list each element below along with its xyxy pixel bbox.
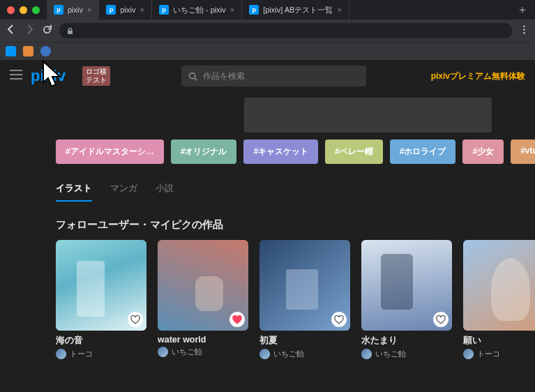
tag-chip[interactable]: #vtuber bbox=[511, 140, 535, 164]
artwork-thumbnail[interactable] bbox=[361, 240, 452, 331]
tab-title: いちご飴 - pixiv bbox=[173, 5, 226, 15]
tag-chip[interactable]: #ベレー帽 bbox=[325, 140, 383, 164]
bookmark-item[interactable] bbox=[6, 46, 16, 56]
svg-text:pixiv: pixiv bbox=[31, 67, 66, 84]
close-tab-icon[interactable]: × bbox=[87, 6, 91, 14]
search-icon bbox=[188, 72, 197, 81]
browser-tab[interactable]: ppixiv× bbox=[99, 0, 151, 20]
artwork-title: water world bbox=[158, 335, 248, 345]
artwork-title: 願い bbox=[463, 335, 535, 347]
artist-link[interactable]: いちご飴 bbox=[259, 349, 350, 359]
address-bar[interactable] bbox=[59, 23, 512, 38]
bookmark-item[interactable] bbox=[23, 46, 33, 56]
nav-bar bbox=[0, 20, 535, 42]
page: pixiv ロゴ横テスト 作品を検索 pixivプレミアム無料体験 #アイドルマ… bbox=[0, 60, 535, 359]
like-button[interactable] bbox=[128, 312, 143, 327]
artwork-thumbnail[interactable] bbox=[463, 240, 535, 331]
search-input[interactable]: 作品を検索 bbox=[181, 66, 366, 86]
tab-title: [pixiv] ABテスト一覧 bbox=[263, 5, 333, 15]
avatar bbox=[158, 347, 168, 357]
artwork-title: 初夏 bbox=[259, 335, 350, 347]
maximize-window[interactable] bbox=[32, 6, 40, 14]
close-tab-icon[interactable]: × bbox=[337, 6, 341, 14]
artist-name: トーコ bbox=[70, 349, 93, 359]
browser-tab[interactable]: pいちご飴 - pixiv× bbox=[152, 0, 242, 20]
artwork-gallery: 海の音トーコwater worldいちご飴初夏いちご飴水たまりいちご飴願いトーコ bbox=[0, 240, 535, 359]
favicon: p bbox=[54, 5, 63, 15]
artwork-title: 水たまり bbox=[361, 335, 452, 347]
tag-chip[interactable]: #アイドルマスターシ… bbox=[56, 140, 164, 164]
artwork-title: 海の音 bbox=[56, 335, 146, 347]
artwork-card[interactable]: 水たまりいちご飴 bbox=[361, 240, 452, 359]
bookmark-bar bbox=[0, 42, 535, 60]
premium-link[interactable]: pixivプレミアム無料体験 bbox=[431, 70, 525, 82]
close-tab-icon[interactable]: × bbox=[140, 6, 144, 14]
back-button[interactable] bbox=[6, 24, 17, 38]
site-header: pixiv ロゴ横テスト 作品を検索 pixivプレミアム無料体験 bbox=[0, 60, 535, 92]
artwork-card[interactable]: 海の音トーコ bbox=[56, 240, 146, 359]
trending-tags: #アイドルマスターシ…#オリジナル#キャスケット#ベレー帽#ホロライブ#少女#v… bbox=[0, 140, 535, 164]
logo-test-badge: ロゴ横テスト bbox=[82, 66, 110, 86]
hamburger-menu-icon[interactable] bbox=[10, 70, 22, 82]
content-tab[interactable]: 小説 bbox=[156, 182, 174, 202]
forward-button[interactable] bbox=[24, 24, 35, 38]
artist-name: いちご飴 bbox=[273, 349, 304, 359]
reload-button[interactable] bbox=[42, 24, 52, 38]
close-tab-icon[interactable]: × bbox=[230, 6, 234, 14]
browser-tab[interactable]: ppixiv× bbox=[47, 0, 99, 20]
browser-chrome: ppixiv×ppixiv×pいちご飴 - pixiv×p[pixiv] ABテ… bbox=[0, 0, 535, 60]
artwork-thumbnail[interactable] bbox=[56, 240, 146, 331]
svg-point-1 bbox=[523, 29, 525, 30]
artist-name: いちご飴 bbox=[375, 349, 406, 359]
avatar bbox=[56, 349, 66, 359]
tab-title: pixiv bbox=[120, 6, 135, 14]
content-type-tabs: イラストマンガ小説 bbox=[0, 164, 535, 207]
favicon: p bbox=[159, 5, 169, 15]
svg-point-2 bbox=[523, 31, 525, 33]
artist-link[interactable]: いちご飴 bbox=[158, 347, 248, 357]
artwork-thumbnail[interactable] bbox=[158, 240, 248, 331]
site-logo[interactable]: pixiv bbox=[31, 67, 75, 85]
tab-bar: ppixiv×ppixiv×pいちご飴 - pixiv×p[pixiv] ABテ… bbox=[0, 0, 535, 20]
tab-title: pixiv bbox=[68, 6, 83, 14]
avatar bbox=[259, 349, 270, 359]
artist-link[interactable]: トーコ bbox=[463, 349, 535, 359]
artist-name: いちご飴 bbox=[172, 347, 202, 357]
window-controls bbox=[0, 6, 47, 14]
like-button[interactable] bbox=[433, 312, 449, 327]
artwork-thumbnail[interactable] bbox=[259, 240, 350, 331]
like-button[interactable] bbox=[331, 312, 347, 327]
artist-name: トーコ bbox=[477, 349, 500, 359]
favicon: p bbox=[106, 5, 116, 15]
new-tab-button[interactable]: ＋ bbox=[510, 3, 535, 17]
svg-point-4 bbox=[190, 73, 195, 78]
artwork-card[interactable]: 願いトーコ bbox=[463, 240, 535, 359]
minimize-window[interactable] bbox=[20, 6, 27, 14]
like-button[interactable] bbox=[229, 312, 245, 327]
ad-placeholder bbox=[244, 98, 492, 133]
content-tab[interactable]: イラスト bbox=[56, 182, 92, 202]
section-title: フォローユーザー・マイピクの作品 bbox=[0, 207, 535, 240]
svg-point-0 bbox=[523, 25, 525, 27]
artist-link[interactable]: いちご飴 bbox=[361, 349, 452, 359]
bookmark-item[interactable] bbox=[40, 46, 51, 56]
avatar bbox=[463, 349, 474, 359]
close-window[interactable] bbox=[7, 6, 15, 14]
tag-chip[interactable]: #オリジナル bbox=[171, 140, 237, 164]
artwork-card[interactable]: 初夏いちご飴 bbox=[259, 240, 350, 359]
browser-tab[interactable]: p[pixiv] ABテスト一覧× bbox=[242, 0, 349, 20]
tag-chip[interactable]: #ホロライブ bbox=[390, 140, 456, 164]
lock-icon bbox=[66, 27, 74, 35]
menu-button[interactable] bbox=[519, 24, 529, 38]
avatar bbox=[361, 349, 372, 359]
artist-link[interactable]: トーコ bbox=[56, 349, 146, 359]
content-tab[interactable]: マンガ bbox=[110, 182, 137, 202]
search-placeholder: 作品を検索 bbox=[203, 70, 245, 82]
favicon: p bbox=[249, 5, 259, 15]
tag-chip[interactable]: #少女 bbox=[462, 140, 504, 164]
artwork-card[interactable]: water worldいちご飴 bbox=[158, 240, 248, 359]
tag-chip[interactable]: #キャスケット bbox=[243, 140, 318, 164]
